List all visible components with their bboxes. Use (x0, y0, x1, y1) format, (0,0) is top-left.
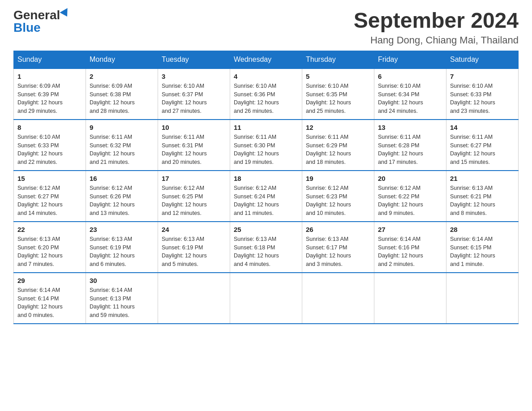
day-number: 11 (234, 124, 298, 131)
location-title: Hang Dong, Chiang Mai, Thailand (354, 34, 519, 46)
day-number: 2 (90, 73, 154, 80)
title-area: September 2024 Hang Dong, Chiang Mai, Th… (354, 9, 519, 46)
day-number: 16 (90, 175, 154, 182)
day-number: 30 (90, 277, 154, 284)
day-info: Sunrise: 6:11 AMSunset: 6:27 PMDaylight:… (450, 133, 515, 167)
day-info: Sunrise: 6:13 AMSunset: 6:19 PMDaylight:… (90, 235, 154, 269)
calendar-cell: 19Sunrise: 6:12 AMSunset: 6:23 PMDayligh… (302, 171, 374, 222)
calendar-cell (302, 273, 374, 324)
day-number: 13 (378, 124, 442, 131)
day-number: 10 (162, 124, 226, 131)
calendar-cell: 17Sunrise: 6:12 AMSunset: 6:25 PMDayligh… (158, 171, 230, 222)
calendar-cell: 4Sunrise: 6:10 AMSunset: 6:36 PMDaylight… (230, 68, 302, 120)
day-info: Sunrise: 6:11 AMSunset: 6:28 PMDaylight:… (378, 133, 442, 167)
calendar-cell: 27Sunrise: 6:14 AMSunset: 6:16 PMDayligh… (374, 222, 446, 273)
day-number: 17 (162, 175, 226, 182)
day-info: Sunrise: 6:09 AMSunset: 6:39 PMDaylight:… (17, 82, 82, 116)
calendar-cell (230, 273, 302, 324)
day-number: 12 (306, 124, 370, 131)
day-info: Sunrise: 6:12 AMSunset: 6:24 PMDaylight:… (234, 184, 298, 218)
calendar-cell: 9Sunrise: 6:11 AMSunset: 6:32 PMDaylight… (86, 120, 158, 171)
day-info: Sunrise: 6:11 AMSunset: 6:29 PMDaylight:… (306, 133, 370, 167)
day-number: 24 (162, 226, 226, 233)
calendar-cell: 24Sunrise: 6:13 AMSunset: 6:19 PMDayligh… (158, 222, 230, 273)
calendar-cell: 16Sunrise: 6:12 AMSunset: 6:26 PMDayligh… (86, 171, 158, 222)
calendar-cell: 2Sunrise: 6:09 AMSunset: 6:38 PMDaylight… (86, 68, 158, 120)
calendar-cell: 15Sunrise: 6:12 AMSunset: 6:27 PMDayligh… (14, 171, 86, 222)
calendar-cell: 28Sunrise: 6:14 AMSunset: 6:15 PMDayligh… (446, 222, 519, 273)
day-number: 27 (378, 226, 442, 233)
day-info: Sunrise: 6:12 AMSunset: 6:25 PMDaylight:… (162, 184, 226, 218)
calendar-cell: 14Sunrise: 6:11 AMSunset: 6:27 PMDayligh… (446, 120, 519, 171)
weekday-header-sunday: Sunday (14, 51, 86, 68)
day-info: Sunrise: 6:10 AMSunset: 6:34 PMDaylight:… (378, 82, 442, 116)
logo: General Blue (13, 9, 70, 34)
day-info: Sunrise: 6:14 AMSunset: 6:15 PMDaylight:… (450, 235, 515, 269)
calendar-cell: 12Sunrise: 6:11 AMSunset: 6:29 PMDayligh… (302, 120, 374, 171)
calendar-cell: 30Sunrise: 6:14 AMSunset: 6:13 PMDayligh… (86, 273, 158, 324)
page-header: General Blue September 2024 Hang Dong, C… (13, 9, 519, 46)
day-number: 20 (378, 175, 442, 182)
day-info: Sunrise: 6:11 AMSunset: 6:32 PMDaylight:… (90, 133, 154, 167)
calendar-cell: 26Sunrise: 6:13 AMSunset: 6:17 PMDayligh… (302, 222, 374, 273)
day-info: Sunrise: 6:13 AMSunset: 6:18 PMDaylight:… (234, 235, 298, 269)
day-info: Sunrise: 6:13 AMSunset: 6:17 PMDaylight:… (306, 235, 370, 269)
day-info: Sunrise: 6:12 AMSunset: 6:23 PMDaylight:… (306, 184, 370, 218)
day-number: 21 (450, 175, 515, 182)
calendar-week-row: 15Sunrise: 6:12 AMSunset: 6:27 PMDayligh… (14, 171, 519, 222)
calendar-cell: 23Sunrise: 6:13 AMSunset: 6:19 PMDayligh… (86, 222, 158, 273)
day-info: Sunrise: 6:13 AMSunset: 6:21 PMDaylight:… (450, 184, 515, 218)
day-info: Sunrise: 6:13 AMSunset: 6:19 PMDaylight:… (162, 235, 226, 269)
calendar-cell: 18Sunrise: 6:12 AMSunset: 6:24 PMDayligh… (230, 171, 302, 222)
day-info: Sunrise: 6:12 AMSunset: 6:27 PMDaylight:… (17, 184, 82, 218)
day-info: Sunrise: 6:11 AMSunset: 6:30 PMDaylight:… (234, 133, 298, 167)
day-info: Sunrise: 6:14 AMSunset: 6:14 PMDaylight:… (17, 286, 82, 320)
calendar-cell: 3Sunrise: 6:10 AMSunset: 6:37 PMDaylight… (158, 68, 230, 120)
calendar-week-row: 1Sunrise: 6:09 AMSunset: 6:39 PMDaylight… (14, 68, 519, 120)
logo-triangle-icon (60, 8, 71, 19)
day-info: Sunrise: 6:13 AMSunset: 6:20 PMDaylight:… (17, 235, 82, 269)
day-number: 14 (450, 124, 515, 131)
calendar-cell: 10Sunrise: 6:11 AMSunset: 6:31 PMDayligh… (158, 120, 230, 171)
calendar-cell: 25Sunrise: 6:13 AMSunset: 6:18 PMDayligh… (230, 222, 302, 273)
calendar-table: SundayMondayTuesdayWednesdayThursdayFrid… (13, 51, 519, 324)
day-info: Sunrise: 6:12 AMSunset: 6:22 PMDaylight:… (378, 184, 442, 218)
calendar-cell: 22Sunrise: 6:13 AMSunset: 6:20 PMDayligh… (14, 222, 86, 273)
day-number: 8 (17, 124, 82, 131)
day-number: 15 (17, 175, 82, 182)
calendar-week-row: 8Sunrise: 6:10 AMSunset: 6:33 PMDaylight… (14, 120, 519, 171)
weekday-header-friday: Friday (374, 51, 446, 68)
day-number: 28 (450, 226, 515, 233)
weekday-header-tuesday: Tuesday (158, 51, 230, 68)
day-info: Sunrise: 6:12 AMSunset: 6:26 PMDaylight:… (90, 184, 154, 218)
day-info: Sunrise: 6:10 AMSunset: 6:35 PMDaylight:… (306, 82, 370, 116)
day-number: 3 (162, 73, 226, 80)
calendar-cell (158, 273, 230, 324)
calendar-cell: 29Sunrise: 6:14 AMSunset: 6:14 PMDayligh… (14, 273, 86, 324)
day-number: 6 (378, 73, 442, 80)
day-info: Sunrise: 6:10 AMSunset: 6:37 PMDaylight:… (162, 82, 226, 116)
day-number: 4 (234, 73, 298, 80)
calendar-cell: 1Sunrise: 6:09 AMSunset: 6:39 PMDaylight… (14, 68, 86, 120)
weekday-header-saturday: Saturday (446, 51, 519, 68)
logo-general-text: General (13, 9, 60, 21)
calendar-cell (446, 273, 519, 324)
day-number: 25 (234, 226, 298, 233)
day-number: 18 (234, 175, 298, 182)
day-info: Sunrise: 6:10 AMSunset: 6:33 PMDaylight:… (17, 133, 82, 167)
month-title: September 2024 (354, 9, 519, 33)
calendar-cell: 21Sunrise: 6:13 AMSunset: 6:21 PMDayligh… (446, 171, 519, 222)
calendar-cell: 8Sunrise: 6:10 AMSunset: 6:33 PMDaylight… (14, 120, 86, 171)
day-number: 29 (17, 277, 82, 284)
day-info: Sunrise: 6:10 AMSunset: 6:33 PMDaylight:… (450, 82, 515, 116)
day-number: 1 (17, 73, 82, 80)
calendar-week-row: 22Sunrise: 6:13 AMSunset: 6:20 PMDayligh… (14, 222, 519, 273)
calendar-cell: 11Sunrise: 6:11 AMSunset: 6:30 PMDayligh… (230, 120, 302, 171)
day-info: Sunrise: 6:11 AMSunset: 6:31 PMDaylight:… (162, 133, 226, 167)
calendar-cell: 6Sunrise: 6:10 AMSunset: 6:34 PMDaylight… (374, 68, 446, 120)
calendar-week-row: 29Sunrise: 6:14 AMSunset: 6:14 PMDayligh… (14, 273, 519, 324)
day-number: 5 (306, 73, 370, 80)
day-info: Sunrise: 6:14 AMSunset: 6:13 PMDaylight:… (90, 286, 154, 320)
day-number: 7 (450, 73, 515, 80)
day-info: Sunrise: 6:10 AMSunset: 6:36 PMDaylight:… (234, 82, 298, 116)
